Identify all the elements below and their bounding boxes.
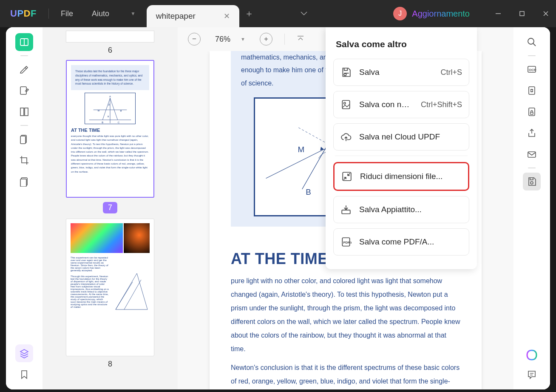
document-view: − 76%▼ + mathematics, mechanics, and opt… (178, 27, 513, 389)
share-tool[interactable] (523, 124, 541, 142)
svg-marker-22 (320, 147, 324, 151)
zoom-in-button[interactable]: + (260, 33, 272, 45)
save-as-icon (340, 99, 352, 110)
ocr-tool[interactable]: OCR (523, 60, 541, 78)
email-tool[interactable] (523, 145, 541, 163)
edit-tool[interactable] (15, 82, 33, 99)
pdfa-icon: PDF/A (340, 236, 352, 247)
svg-text:M: M (298, 145, 305, 154)
svg-text:B: B (102, 121, 103, 124)
highlighter-tool[interactable] (15, 60, 33, 78)
stamp-tool[interactable] (15, 173, 33, 190)
ai-assistant-button[interactable] (525, 348, 539, 362)
svg-line-36 (533, 43, 536, 46)
flatten-icon (340, 204, 352, 215)
thumb-label: 8 (108, 360, 112, 369)
titlebar: UPDF File Aiuto ▼ whitepaper ✕ ＋ J Aggio… (0, 0, 556, 27)
svg-point-30 (344, 102, 346, 104)
thumbnails-panel: 6 These studies laid the foundation for … (43, 27, 178, 389)
divider (48, 9, 49, 19)
save-cloud-item[interactable]: Salva nel Cloud UPDF (333, 123, 469, 151)
save-pdfa-item[interactable]: PDF/A Salva come PDF/A... (333, 228, 469, 256)
svg-rect-5 (20, 108, 24, 116)
thumb-label-current: 7 (103, 202, 117, 213)
svg-text:C: C (118, 121, 120, 124)
crop-tool[interactable] (15, 151, 33, 169)
tab-list-dropdown-icon[interactable] (301, 10, 307, 17)
document-tab[interactable]: whitepaper ✕ (147, 5, 239, 27)
layers-tool[interactable] (15, 344, 33, 362)
left-toolbar (6, 27, 43, 389)
svg-rect-10 (20, 179, 26, 187)
doc-heading: AT THE TIME (231, 250, 328, 267)
save-as-other-tool[interactable] (523, 173, 541, 190)
svg-rect-41 (530, 112, 533, 114)
comment-tool[interactable] (523, 366, 541, 383)
tab-title: whitepaper (156, 11, 196, 21)
convert-tool[interactable] (523, 82, 541, 99)
menu-dropdown-icon[interactable]: ▼ (130, 11, 136, 17)
tab-add-button[interactable]: ＋ (244, 7, 254, 20)
svg-rect-39 (529, 87, 535, 94)
upgrade-button[interactable]: Aggiornamento (412, 9, 470, 19)
doc-body-2: Newton's conclusion is that it is the di… (231, 361, 460, 389)
right-toolbar: OCR (513, 27, 550, 389)
svg-point-28 (344, 74, 346, 76)
save-icon (340, 67, 352, 78)
save-as-other-panel: Salva come altro Salva Ctrl+S Salva con … (326, 27, 477, 269)
svg-text:M: M (97, 109, 99, 112)
form-tool[interactable] (15, 130, 33, 148)
menu-file[interactable]: File (61, 9, 73, 18)
svg-point-35 (528, 38, 534, 44)
reader-tool[interactable] (15, 33, 33, 51)
svg-text:B: B (306, 187, 311, 196)
thumbnail-page-8[interactable]: This experiment can be repeated over and… (66, 219, 154, 356)
user-avatar[interactable]: J (393, 7, 407, 20)
panel-title: Salva come altro (336, 39, 467, 49)
svg-text:β: β (108, 104, 110, 106)
doc-body-1: everyone thought that white light was pu… (231, 258, 460, 352)
cloud-icon (340, 131, 352, 142)
svg-rect-6 (25, 108, 28, 116)
pages-tool[interactable] (15, 103, 33, 121)
tab-close-icon[interactable]: ✕ (224, 11, 230, 21)
reduce-size-item[interactable]: Riduci dimensioni file... (333, 162, 469, 191)
thumb-label: 6 (108, 46, 112, 55)
compress-icon (341, 171, 352, 182)
svg-rect-42 (528, 152, 536, 157)
protect-tool[interactable] (523, 103, 541, 121)
svg-rect-8 (20, 136, 26, 144)
zoom-level[interactable]: 76%▼ (215, 35, 245, 44)
window-close-icon[interactable] (536, 6, 556, 22)
svg-line-20 (266, 149, 324, 178)
svg-text:A: A (109, 95, 111, 98)
save-flattened-item[interactable]: Salva Appiattito... (333, 196, 469, 223)
window-minimize-icon[interactable] (488, 6, 508, 22)
svg-text:OCR: OCR (529, 68, 536, 72)
scroll-top-icon[interactable] (297, 35, 304, 44)
search-tool[interactable] (523, 33, 541, 51)
svg-point-43 (530, 182, 533, 184)
bookmark-tool[interactable] (15, 366, 33, 383)
svg-text:PDF/A: PDF/A (343, 241, 352, 244)
svg-text:θ: θ (108, 115, 109, 118)
save-item[interactable]: Salva Ctrl+S (333, 59, 469, 86)
svg-rect-1 (520, 11, 524, 16)
menu-help[interactable]: Aiuto (92, 9, 109, 18)
svg-rect-32 (342, 210, 350, 214)
window-maximize-icon[interactable] (512, 6, 532, 22)
thumbnail-page-6[interactable] (66, 31, 154, 43)
app-logo: UPDF (10, 8, 37, 19)
svg-text:φ: φ (120, 109, 122, 112)
zoom-out-button[interactable]: − (188, 33, 201, 45)
thumbnail-page-7[interactable]: These studies laid the foundation for th… (66, 60, 154, 198)
svg-rect-29 (342, 100, 349, 109)
save-as-item[interactable]: Salva con nom.. Ctrl+Shift+S (333, 91, 469, 118)
